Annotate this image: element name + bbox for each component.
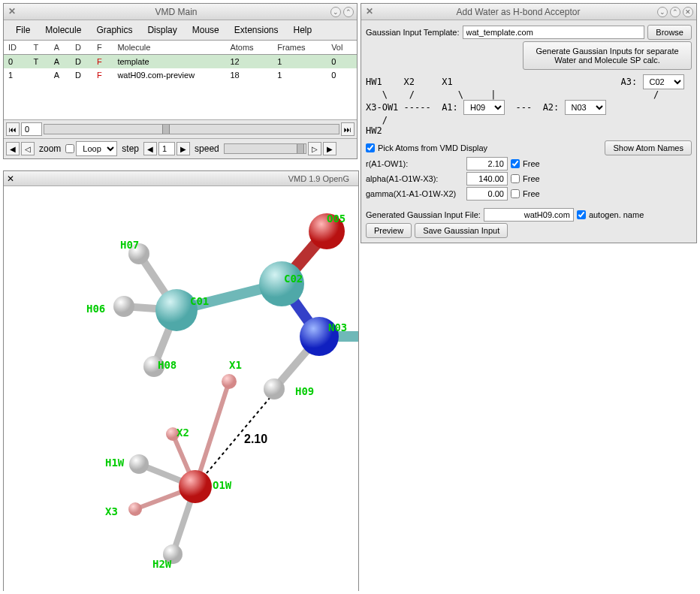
- atom-label: O1W: [213, 479, 231, 491]
- rewind-start-icon[interactable]: ⏮: [6, 122, 20, 136]
- close-icon[interactable]: ✕: [364, 7, 375, 17]
- step-input[interactable]: [158, 142, 175, 155]
- vmd-main-titlebar: ✕ VMD Main ⌄ ⌃: [4, 4, 357, 20]
- col-d[interactable]: D: [71, 41, 92, 55]
- atom-label: H2W: [152, 558, 171, 570]
- atom-label: H07: [120, 239, 139, 251]
- col-t[interactable]: T: [29, 41, 50, 55]
- speed-label: speed: [192, 143, 222, 154]
- loop-select[interactable]: Loop: [76, 141, 117, 156]
- play-controls: ◀ ◁ zoom Loop step ◀ ▶ speed ▷ ▶: [4, 138, 357, 158]
- atom-label: X3: [105, 505, 118, 517]
- close-icon[interactable]: ✕: [7, 173, 14, 184]
- col-f[interactable]: F: [92, 41, 113, 55]
- r-input[interactable]: [466, 157, 508, 170]
- svg-point-19: [113, 296, 134, 317]
- col-molecule[interactable]: Molecule: [113, 41, 225, 55]
- atom-label: H1W: [105, 457, 124, 469]
- frame-input[interactable]: [21, 122, 42, 136]
- molecule-table: ID T A D F Molecule Atoms Frames Vol 0 T…: [4, 41, 357, 82]
- minimize-icon[interactable]: ⌄: [330, 7, 341, 17]
- svg-point-29: [222, 374, 237, 389]
- vmd-main-window: ✕ VMD Main ⌄ ⌃ File Molecule Graphics Di…: [3, 3, 358, 159]
- hbond-title: Add Water as H-bond Acceptor: [379, 7, 657, 17]
- play-forward-icon[interactable]: ▷: [308, 142, 321, 155]
- step-forward-icon[interactable]: ▶: [323, 142, 336, 155]
- step-inc-icon[interactable]: ▶: [177, 142, 190, 155]
- distance-label: 2.10: [244, 433, 267, 446]
- atom-label: C02: [284, 273, 303, 285]
- alpha-input[interactable]: [466, 172, 508, 185]
- menu-molecule[interactable]: Molecule: [38, 22, 89, 38]
- menubar: File Molecule Graphics Display Mouse Ext…: [4, 20, 357, 41]
- step-label: step: [119, 143, 142, 154]
- table-row[interactable]: 0 T A D F template 12 1 0: [4, 55, 357, 69]
- menu-mouse[interactable]: Mouse: [185, 22, 227, 38]
- zmatrix-diagram: HW1 X2 X1 A3: C02 \ / \ | / X3-OW1 -----…: [366, 71, 692, 139]
- a1-select[interactable]: H09: [463, 100, 505, 115]
- template-label: Gaussian Input Template:: [366, 28, 460, 37]
- r-label: r(A1-OW1):: [366, 159, 463, 168]
- save-gaussian-button[interactable]: Save Gaussian Input: [415, 223, 508, 238]
- timeline-bar: ⏮ ⏭: [4, 119, 357, 138]
- gamma-label: gamma(X1-A1-O1W-X2): [366, 189, 463, 198]
- show-atom-names-button[interactable]: Show Atom Names: [605, 140, 692, 155]
- molecule-viewport[interactable]: O05 H07 H06 C01 C02 H08 X1 N03 H09 H10 H…: [4, 186, 358, 592]
- atom-label: X2: [177, 427, 189, 439]
- timeline-slider[interactable]: [44, 124, 339, 134]
- step-dec-icon[interactable]: ◀: [143, 142, 157, 155]
- r-free-checkbox[interactable]: [511, 159, 520, 168]
- gamma-input[interactable]: [466, 187, 508, 201]
- pick-atoms-label: Pick Atoms from VMD Display: [378, 143, 487, 152]
- pick-atoms-checkbox[interactable]: [366, 143, 375, 152]
- alpha-free-checkbox[interactable]: [511, 174, 520, 183]
- atom-label: X1: [229, 359, 242, 371]
- svg-line-14: [195, 381, 229, 487]
- browse-button[interactable]: Browse: [647, 25, 692, 40]
- preview-button[interactable]: Preview: [366, 223, 412, 238]
- autogen-checkbox[interactable]: [577, 210, 586, 219]
- opengl-titlebar: ✕ VMD 1.9 OpenG: [4, 171, 358, 186]
- opengl-window: ✕ VMD 1.9 OpenG: [3, 170, 359, 591]
- free-label: Free: [523, 189, 540, 198]
- zoom-checkbox[interactable]: [65, 144, 74, 153]
- generate-sp-button[interactable]: Generate Gaussian Inputs for separate Wa…: [523, 41, 692, 70]
- forward-end-icon[interactable]: ⏭: [341, 122, 355, 136]
- close-icon[interactable]: ✕: [683, 7, 693, 17]
- gamma-free-checkbox[interactable]: [511, 189, 520, 198]
- table-row[interactable]: 1 A D F watH09.com-preview 18 1 0: [4, 68, 357, 82]
- col-a[interactable]: A: [50, 41, 71, 55]
- minimize-icon[interactable]: ⌄: [657, 7, 668, 17]
- svg-point-34: [128, 502, 142, 516]
- maximize-icon[interactable]: ⌃: [343, 7, 354, 17]
- a3-select[interactable]: C02: [643, 74, 684, 89]
- col-frames[interactable]: Frames: [273, 41, 327, 55]
- template-input[interactable]: [463, 26, 645, 39]
- opengl-title: VMD 1.9 OpenG: [14, 174, 355, 183]
- step-back-icon[interactable]: ◀: [6, 142, 20, 155]
- menu-help[interactable]: Help: [286, 22, 320, 38]
- col-id[interactable]: ID: [4, 41, 29, 55]
- menu-display[interactable]: Display: [140, 22, 184, 38]
- atom-label: N03: [328, 321, 347, 333]
- close-icon[interactable]: ✕: [7, 7, 17, 17]
- maximize-icon[interactable]: ⌃: [670, 7, 680, 17]
- svg-point-30: [179, 470, 212, 503]
- col-vol[interactable]: Vol: [327, 41, 357, 55]
- gen-file-label: Generated Gaussian Input File:: [366, 210, 481, 219]
- menu-graphics[interactable]: Graphics: [89, 22, 140, 38]
- col-atoms[interactable]: Atoms: [225, 41, 273, 55]
- zoom-label: zoom: [36, 143, 64, 154]
- free-label: Free: [523, 159, 540, 168]
- atom-label: O05: [327, 213, 345, 225]
- speed-slider[interactable]: [224, 143, 306, 154]
- hbond-panel: Gaussian Input Template: Browse Generate…: [361, 20, 696, 243]
- menu-file[interactable]: File: [8, 22, 38, 38]
- a2-select[interactable]: N03: [565, 100, 606, 115]
- hbond-window: ✕ Add Water as H-bond Acceptor ⌄ ⌃ ✕ Gau…: [361, 3, 697, 243]
- play-back-icon[interactable]: ◁: [21, 142, 35, 155]
- menu-extensions[interactable]: Extensions: [227, 22, 286, 38]
- free-label: Free: [523, 174, 540, 183]
- atom-label: C01: [190, 295, 209, 307]
- gen-file-input[interactable]: [484, 208, 574, 222]
